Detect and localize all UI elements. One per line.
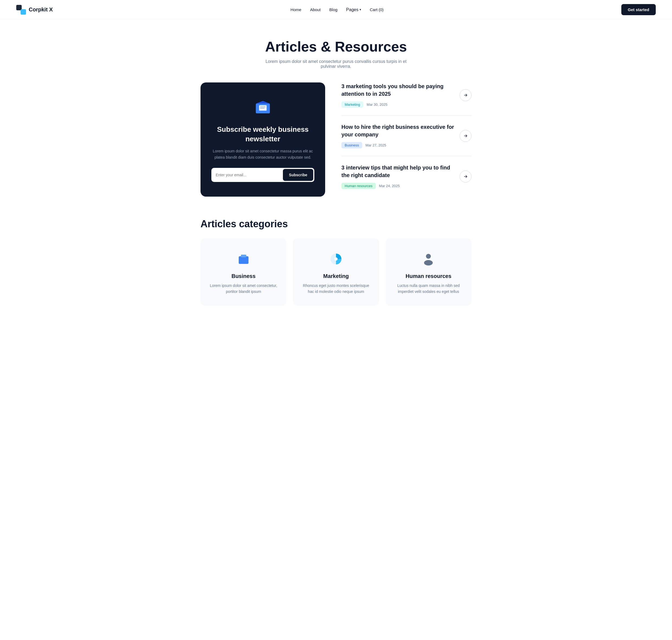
category-description: Luctus nulla quam massa in nibh sed impe… xyxy=(394,282,463,295)
business-icon xyxy=(209,251,278,268)
newsletter-card: Subscribe weekly business newsletter Lor… xyxy=(200,83,325,197)
article-item: 3 marketing tools you should be paying a… xyxy=(341,83,472,116)
brand-name: Corpkit X xyxy=(29,6,53,13)
marketing-icon xyxy=(302,251,370,268)
article-title: How to hire the right business executive… xyxy=(341,123,454,138)
nav-about[interactable]: About xyxy=(310,7,320,12)
category-card-marketing: Marketing Rhoncus eget justo montes scel… xyxy=(293,238,379,306)
article-item: 3 interview tips that might help you to … xyxy=(341,156,472,197)
article-tag: Marketing xyxy=(341,101,363,108)
page-title: Articles & Resources xyxy=(16,39,656,55)
article-meta: Human resources Mar 24, 2025 xyxy=(341,183,454,189)
nav-links: Home About Blog Pages ▾ Cart (0) xyxy=(290,7,384,12)
article-meta: Marketing Mar 30, 2025 xyxy=(341,101,454,108)
svg-point-8 xyxy=(426,254,431,259)
category-name: Human resources xyxy=(394,273,463,279)
article-arrow-button[interactable] xyxy=(460,130,472,142)
hero-section: Articles & Resources Lorem ipsum dolor s… xyxy=(0,19,672,83)
article-tag: Human resources xyxy=(341,183,376,189)
nav-cart[interactable]: Cart (0) xyxy=(370,7,384,12)
main-content: Subscribe weekly business newsletter Lor… xyxy=(184,83,488,218)
article-date: Mar 27, 2025 xyxy=(365,143,386,147)
article-date: Mar 24, 2025 xyxy=(379,184,400,188)
human-resources-icon xyxy=(394,251,463,268)
article-info: 3 marketing tools you should be paying a… xyxy=(341,83,454,108)
get-started-button[interactable]: Get started xyxy=(621,4,656,15)
category-name: Business xyxy=(209,273,278,279)
articles-list: 3 marketing tools you should be paying a… xyxy=(341,83,472,197)
svg-rect-4 xyxy=(239,256,249,264)
categories-title: Articles categories xyxy=(200,218,472,230)
svg-point-9 xyxy=(424,260,433,265)
subscribe-button[interactable]: Subscribe xyxy=(283,169,313,181)
email-form: Subscribe xyxy=(211,168,314,182)
newsletter-description: Lorem ipsum dolor sit amet consectetur m… xyxy=(211,148,314,160)
article-arrow-button[interactable] xyxy=(460,89,472,101)
arrow-right-icon xyxy=(463,93,468,98)
category-name: Marketing xyxy=(302,273,370,279)
article-date: Mar 30, 2025 xyxy=(367,102,388,106)
navbar: Corpkit X Home About Blog Pages ▾ Cart (… xyxy=(0,0,672,19)
categories-section: Articles categories Business Lorem ipsum… xyxy=(184,218,488,322)
category-description: Lorem ipsum dolor sit amet consectetur, … xyxy=(209,282,278,295)
article-title: 3 interview tips that might help you to … xyxy=(341,164,454,179)
article-arrow-button[interactable] xyxy=(460,171,472,183)
article-item: How to hire the right business executive… xyxy=(341,116,472,156)
category-card-business: Business Lorem ipsum dolor sit amet cons… xyxy=(200,238,286,306)
article-info: How to hire the right business executive… xyxy=(341,123,454,148)
envelope-icon xyxy=(254,99,271,117)
category-card-hr: Human resources Luctus nulla quam massa … xyxy=(386,238,472,306)
hero-subtitle: Lorem ipsum dolor sit amet consectetur p… xyxy=(260,59,412,69)
arrow-right-icon xyxy=(463,174,468,179)
brand-logo[interactable]: Corpkit X xyxy=(16,5,53,15)
svg-rect-5 xyxy=(241,254,246,257)
nav-blog[interactable]: Blog xyxy=(329,7,337,12)
chevron-down-icon: ▾ xyxy=(360,8,361,11)
nav-home[interactable]: Home xyxy=(290,7,301,12)
arrow-right-icon xyxy=(463,133,468,138)
svg-point-7 xyxy=(334,257,338,261)
article-meta: Business Mar 27, 2025 xyxy=(341,142,454,148)
categories-grid: Business Lorem ipsum dolor sit amet cons… xyxy=(200,238,472,306)
email-input[interactable] xyxy=(211,168,282,182)
nav-pages[interactable]: Pages ▾ xyxy=(346,7,361,12)
logo-icon xyxy=(16,5,26,15)
article-title: 3 marketing tools you should be paying a… xyxy=(341,83,454,98)
newsletter-title: Subscribe weekly business newsletter xyxy=(211,125,314,144)
category-description: Rhoncus eget justo montes scelerisque ha… xyxy=(302,282,370,295)
article-tag: Business xyxy=(341,142,362,148)
article-info: 3 interview tips that might help you to … xyxy=(341,164,454,189)
